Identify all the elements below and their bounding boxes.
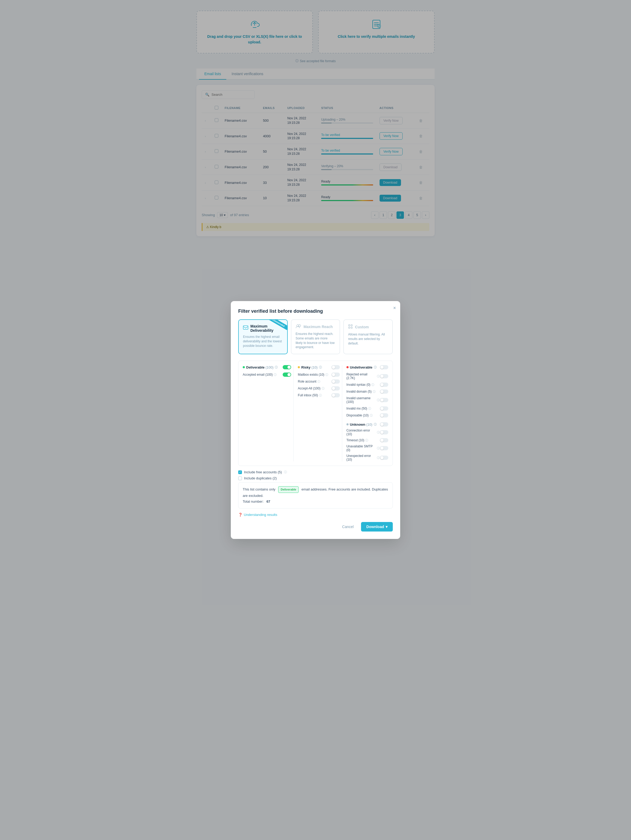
rejected-email-item: Rejected email (2.7K) ⓘ [346,373,388,380]
deliverable-info-icon[interactable]: ⓘ [275,365,278,369]
accepted-email-toggle[interactable] [283,373,291,377]
deliverable-toggle[interactable] [283,365,291,369]
undeliverable-label: Undeliverable [350,365,372,369]
full-inbox-info[interactable]: ⓘ [319,393,322,397]
total-number: 67 [267,499,270,504]
accepted-email-info[interactable]: ⓘ [274,373,277,377]
filter-card-max-deliverability[interactable]: Recommended Maximum Deliverability Ensur… [238,319,288,354]
unknown-toggle[interactable] [380,422,388,426]
disposable-label: Disposable (10) [346,414,369,417]
include-free-info[interactable]: ⓘ [284,470,287,474]
invalid-domain-label: Invalid domain (5) [346,390,372,393]
modal-overlay[interactable]: Filter verified list before downloading … [0,0,631,840]
invalid-domain-toggle[interactable] [380,390,388,394]
unknown-info-icon[interactable]: ⓘ [374,423,376,426]
risky-toggle[interactable] [331,365,340,369]
include-free-checkbox[interactable]: ✓ [238,471,242,474]
understanding-results-link[interactable]: ❓ Understanding results [238,513,393,517]
invalid-syntax-info[interactable]: ⓘ [372,383,374,387]
include-duplicates-checkbox[interactable] [238,477,242,480]
connection-error-item: Connection error (10) ⓘ [346,429,388,436]
include-free-row: ✓ Include free accounts (5) ⓘ [238,470,393,474]
connection-error-info[interactable]: ⓘ [377,431,380,434]
invalid-syntax-toggle[interactable] [380,382,388,387]
modal-close-button[interactable]: × [393,305,396,311]
timeout-item: Timeout (10) ⓘ [346,438,388,442]
filter-card-max-reach[interactable]: Maximum Reach Ensures the highest reach.… [291,319,340,354]
unknown-dot [346,423,349,425]
accept-all-label: Accept-All (100) [298,387,320,390]
svg-rect-6 [351,325,352,326]
max-reach-icon [296,324,302,330]
unavailable-smtp-item: Unavailable SMTP (0) ⓘ [346,444,388,452]
timeout-toggle[interactable] [380,438,388,442]
accept-all-info[interactable]: ⓘ [322,387,324,390]
invalid-username-item: Invalid username (100) ⓘ [346,396,388,404]
mailbox-exists-info[interactable]: ⓘ [325,373,328,377]
unavailable-smtp-toggle[interactable] [380,446,388,450]
invalid-username-info[interactable]: ⓘ [377,398,380,402]
risky-info-icon[interactable]: ⓘ [319,365,322,369]
modal-download-button[interactable]: Download ▾ [361,522,393,532]
invalid-syntax-item: Invalid syntax (0) ⓘ [346,382,388,387]
include-duplicates-label: Include duplicates (2) [244,476,277,480]
question-circle-icon: ❓ [238,513,242,517]
rejected-email-info[interactable]: ⓘ [377,374,380,378]
disposable-info[interactable]: ⓘ [370,414,373,417]
invalid-mx-info[interactable]: ⓘ [368,407,371,411]
disposable-item: Disposable (10) ⓘ [346,413,388,417]
unexpected-error-item: Unexpected error (10) ⓘ [346,454,388,461]
mailbox-exists-item: Mailbox exists (10) ⓘ [298,373,340,377]
role-account-item: Role account ⓘ [298,379,340,384]
undeliverable-dot [346,366,349,368]
accepted-email-toggle-item: Accepted email (100) ⓘ [243,373,291,377]
undeliverable-info-icon[interactable]: ⓘ [374,365,376,369]
role-account-toggle[interactable] [331,379,340,384]
role-account-info[interactable]: ⓘ [317,380,320,384]
svg-rect-2 [243,326,248,329]
invalid-username-label: Invalid username (100) [346,396,376,404]
filter-options: Recommended Maximum Deliverability Ensur… [238,319,393,354]
connection-error-toggle[interactable] [380,430,388,434]
accepted-email-label: Accepted email (100) [243,373,273,376]
invalid-domain-item: Invalid domain (5) ⓘ [346,390,388,394]
unexpected-error-label: Unexpected error (10) [346,454,376,461]
timeout-label: Timeout (10) [346,438,364,442]
risky-column: Risky (10) ⓘ Mailbox exists (10) ⓘ Role … [293,365,340,461]
unknown-label: Unknown (10) [350,423,372,426]
dropdown-arrow-icon: ▾ [386,525,387,529]
accept-all-toggle[interactable] [331,386,340,390]
deliverability-icon [243,325,248,331]
custom-title: Custom [355,325,369,329]
disposable-toggle[interactable] [380,413,388,417]
timeout-info[interactable]: ⓘ [365,438,368,442]
deliverable-label: Deliverable (100) [246,365,274,369]
custom-filter-icon [348,324,353,330]
deliverable-dot [243,366,245,368]
risky-dot [298,366,300,368]
modal-footer: Cancel Download ▾ [238,522,393,532]
full-inbox-toggle[interactable] [331,393,340,397]
unexpected-error-info[interactable]: ⓘ [377,456,380,460]
toggle-section: Deliverable (100) ⓘ Accepted email (100)… [238,361,393,466]
unavailable-smtp-info[interactable]: ⓘ [377,446,380,450]
undeliverable-unknown-columns: Undeliverable ⓘ Rejected email (2.7K) ⓘ … [342,365,388,461]
undeliverable-toggle[interactable] [380,365,388,369]
svg-rect-5 [349,325,350,326]
rejected-email-label: Rejected email (2.7K) [346,373,376,380]
max-deliverability-title: Maximum Deliverability [250,324,283,333]
unknown-section: Unknown (10) ⓘ Connection error (10) ⓘ [346,422,388,461]
cancel-button[interactable]: Cancel [338,523,358,531]
invalid-mx-toggle[interactable] [380,406,388,411]
connection-error-label: Connection error (10) [346,429,376,436]
rejected-email-toggle[interactable] [380,374,388,378]
filter-card-custom[interactable]: Custom Allows manual filtering. All resu… [343,319,393,354]
include-duplicates-row: Include duplicates (2) [238,476,393,480]
mailbox-exists-label: Mailbox exists (10) [298,373,324,376]
accept-all-item: Accept-All (100) ⓘ [298,386,340,390]
mailbox-exists-toggle[interactable] [331,373,340,377]
invalid-username-toggle[interactable] [380,398,388,402]
invalid-domain-info[interactable]: ⓘ [373,390,376,394]
unexpected-error-toggle[interactable] [380,456,388,460]
svg-rect-7 [349,327,350,328]
